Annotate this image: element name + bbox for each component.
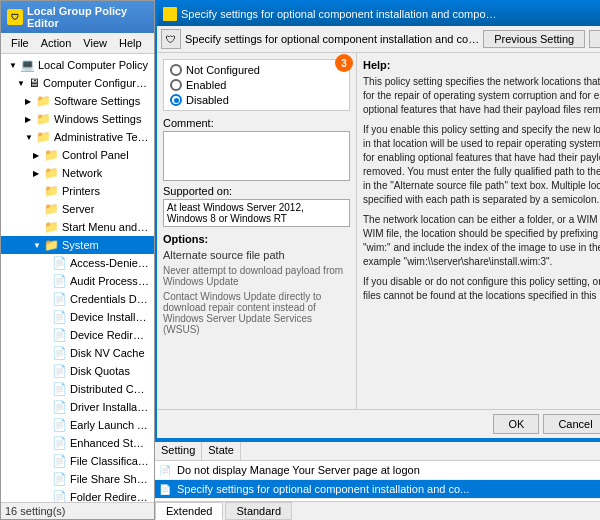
sidebar-item-access-denied[interactable]: 📄Access-Denied Assist... xyxy=(1,254,154,272)
policy-row-name: Specify settings for optional component … xyxy=(173,483,600,495)
sidebar-item-file-classification[interactable]: 📄File Classification Infr... xyxy=(1,452,154,470)
radio-not-configured[interactable]: Not Configured xyxy=(170,64,343,76)
tree-label-network: Network xyxy=(62,167,102,179)
sidebar-item-software-settings[interactable]: ▶📁Software Settings xyxy=(1,92,154,110)
tree-label-audit-process: Audit Process Creatio... xyxy=(70,275,150,287)
radio-circle-enabled xyxy=(170,79,182,91)
tree-label-device-install: Device Installation xyxy=(70,311,150,323)
sidebar-item-printers[interactable]: 📁Printers xyxy=(1,182,154,200)
sidebar-item-folder-redirect[interactable]: 📄Folder Redirection xyxy=(1,488,154,502)
tree-icon-computer-config: 🖥 xyxy=(28,76,40,90)
tree-icon-folder-redirect: 📄 xyxy=(52,490,67,502)
options-sub2: Contact Windows Update directly to downl… xyxy=(163,291,350,335)
sidebar-item-server[interactable]: 📁Server xyxy=(1,200,154,218)
sidebar-item-start-menu[interactable]: 📁Start Menu and Taskbar xyxy=(1,218,154,236)
dialog-title-text: Specify settings for optional component … xyxy=(163,7,501,21)
dialog-title-icon xyxy=(163,7,177,21)
tree-label-server: Server xyxy=(62,203,94,215)
tree-label-file-share-shadow: File Share Shadow Cop... xyxy=(70,473,150,485)
sidebar-item-control-panel[interactable]: ▶📁Control Panel xyxy=(1,146,154,164)
policy-row-name: Do not display Manage Your Server page a… xyxy=(173,464,600,476)
radio-disabled[interactable]: Disabled xyxy=(170,94,343,106)
tree-arrow-windows-settings: ▶ xyxy=(25,115,33,124)
sidebar-item-credentials[interactable]: 📄Credentials Delegatio... xyxy=(1,290,154,308)
sidebar-item-disk-quotas[interactable]: 📄Disk Quotas xyxy=(1,362,154,380)
tree-label-software-settings: Software Settings xyxy=(54,95,140,107)
tree-label-disk-nv-cache: Disk NV Cache xyxy=(70,347,145,359)
supported-row: Supported on: xyxy=(163,185,350,197)
tree-icon-disk-quotas: 📄 xyxy=(52,364,67,378)
sidebar-item-disk-nv-cache[interactable]: 📄Disk NV Cache xyxy=(1,344,154,362)
tree-label-system: System xyxy=(62,239,99,251)
tree-label-device-redirect: Device Redirection xyxy=(70,329,150,341)
right-area: Specify settings for optional component … xyxy=(155,0,600,520)
tree-arrow-admin-templates: ▼ xyxy=(25,133,33,142)
comment-label: Comment: xyxy=(163,117,350,129)
col-header-setting[interactable]: Setting xyxy=(155,442,202,460)
tree-icon-printers: 📁 xyxy=(44,184,59,198)
help-paragraph: If you disable or do not configure this … xyxy=(363,275,600,303)
sidebar-item-computer-config[interactable]: ▼🖥Computer Configuration xyxy=(1,74,154,92)
policy-row[interactable]: 📄Specify settings for optional component… xyxy=(155,480,600,499)
tree-icon-local-computer: 💻 xyxy=(20,58,35,72)
sidebar-statusbar: 16 setting(s) xyxy=(1,502,154,519)
sidebar-item-device-install[interactable]: 📄Device Installation xyxy=(1,308,154,326)
sidebar-item-enhanced-storage[interactable]: 📄Enhanced Storage Ac... xyxy=(1,434,154,452)
comment-supported-area: Comment: Supported on: At least Windows … xyxy=(163,117,350,227)
supported-value: At least Windows Server 2012, Windows 8 … xyxy=(163,199,350,227)
tree-label-driver-installation: Driver Installation xyxy=(70,401,150,413)
ok-button[interactable]: OK xyxy=(493,414,539,434)
next-setting-button[interactable]: Next Setting xyxy=(589,30,600,48)
sidebar-item-network[interactable]: ▶📁Network xyxy=(1,164,154,182)
col-header-state[interactable]: State xyxy=(202,442,241,460)
sidebar-item-file-share-shadow[interactable]: 📄File Share Shadow Cop... xyxy=(1,470,154,488)
sidebar-item-local-computer[interactable]: ▼💻Local Computer Policy xyxy=(1,56,154,74)
tree-icon-server: 📁 xyxy=(44,202,59,216)
options-title: Options: xyxy=(163,233,350,245)
menu-file[interactable]: File xyxy=(5,35,35,51)
toolbar-icon: 🛡 xyxy=(161,29,181,49)
prev-setting-button[interactable]: Previous Setting xyxy=(483,30,585,48)
dialog-body: 3 Not Configured Enabled Disabled xyxy=(157,53,600,409)
policy-row[interactable]: 📄Do not display Manage Your Server page … xyxy=(155,461,600,480)
radio-label-not-configured: Not Configured xyxy=(186,64,260,76)
policy-row-icon: 📄 xyxy=(157,481,173,497)
tree-label-control-panel: Control Panel xyxy=(62,149,129,161)
menu-view[interactable]: View xyxy=(77,35,113,51)
tree-label-folder-redirect: Folder Redirection xyxy=(70,491,150,502)
tree-arrow-network: ▶ xyxy=(33,169,41,178)
tree-icon-file-classification: 📄 xyxy=(52,454,67,468)
policy-tab-standard[interactable]: Standard xyxy=(225,502,292,520)
policy-rows: 📄Do not display Manage Your Server page … xyxy=(155,461,600,501)
policy-list: SettingState2 📄Do not display Manage You… xyxy=(155,440,600,520)
sidebar-item-driver-installation[interactable]: 📄Driver Installation xyxy=(1,398,154,416)
radio-enabled[interactable]: Enabled xyxy=(170,79,343,91)
cancel-button[interactable]: Cancel xyxy=(543,414,600,434)
tree-label-start-menu: Start Menu and Taskbar xyxy=(62,221,150,233)
tree-icon-enhanced-storage: 📄 xyxy=(52,436,67,450)
policy-tab-extended[interactable]: Extended xyxy=(155,502,223,520)
sidebar-item-admin-templates[interactable]: ▼📁Administrative Templates: xyxy=(1,128,154,146)
sidebar-item-early-launch[interactable]: 📄Early Launch Antimal... xyxy=(1,416,154,434)
sidebar-item-audit-process[interactable]: 📄Audit Process Creatio... xyxy=(1,272,154,290)
sidebar-item-windows-settings[interactable]: ▶📁Windows Settings xyxy=(1,110,154,128)
sidebar-item-device-redirect[interactable]: 📄Device Redirection xyxy=(1,326,154,344)
tree-icon-software-settings: 📁 xyxy=(36,94,51,108)
main-container: 🛡 Local Group Policy Editor FileActionVi… xyxy=(0,0,600,520)
sidebar: 🛡 Local Group Policy Editor FileActionVi… xyxy=(0,0,155,520)
sidebar-header: 🛡 Local Group Policy Editor xyxy=(1,1,154,33)
dialog-footer: OK Cancel Apply xyxy=(157,409,600,438)
menu-action[interactable]: Action xyxy=(35,35,78,51)
tree-icon-early-launch: 📄 xyxy=(52,418,67,432)
help-paragraph: If you enable this policy setting and sp… xyxy=(363,123,600,207)
tree-label-access-denied: Access-Denied Assist... xyxy=(70,257,150,269)
comment-textarea[interactable] xyxy=(163,131,350,181)
tree-icon-system: 📁 xyxy=(44,238,59,252)
tree-icon-file-share-shadow: 📄 xyxy=(52,472,67,486)
policy-row-icon: 📄 xyxy=(157,462,173,478)
tree-label-windows-settings: Windows Settings xyxy=(54,113,141,125)
menu-help[interactable]: Help xyxy=(113,35,148,51)
sidebar-item-distributed-com[interactable]: 📄Distributed COM xyxy=(1,380,154,398)
sidebar-item-system[interactable]: ▼📁System xyxy=(1,236,154,254)
radio-circle-not-configured xyxy=(170,64,182,76)
